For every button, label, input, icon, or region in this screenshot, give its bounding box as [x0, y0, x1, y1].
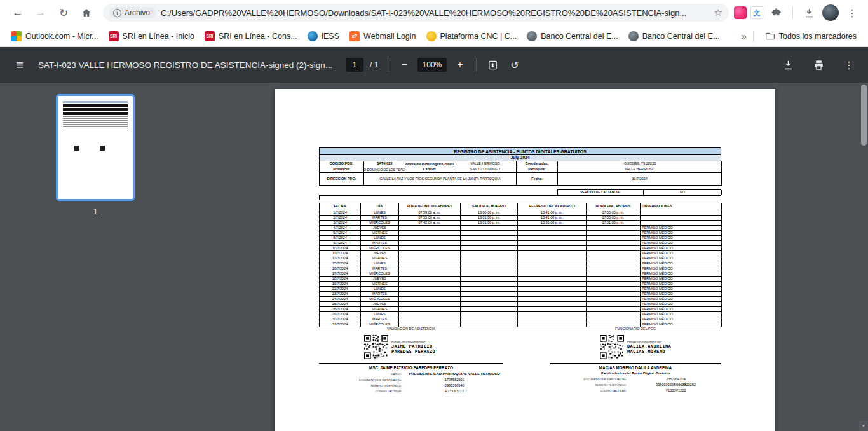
attendance-cell-dia: LUNES	[361, 312, 399, 317]
thumbnail-sidebar: 1	[0, 83, 191, 431]
attendance-cell-dia: VIERNES	[361, 307, 399, 312]
detail-value: 0988366940	[405, 383, 503, 387]
attendance-cell-fecha: 25/7/2024	[320, 302, 361, 307]
attendance-cell-salida	[461, 302, 518, 307]
attendance-cell-regreso	[518, 261, 587, 266]
thumbnail-qr-mark	[74, 146, 79, 151]
print-icon	[813, 59, 825, 71]
bookmark-favicon: cP	[349, 31, 360, 41]
bookmark-item[interactable]: SRi SRI en Línea - Cons...	[200, 29, 302, 44]
info-value: -0.085999,-79.28035	[558, 161, 722, 167]
detail-value: 0960030228/0963820282	[630, 383, 721, 387]
info-label: Fecha:	[517, 173, 558, 186]
page-number-input[interactable]: 1	[346, 58, 363, 72]
downloads-button[interactable]	[799, 3, 818, 22]
validation-signature-block: VALIDACIÓN DE ASISTENCIA Firmado electró…	[319, 327, 503, 393]
attendance-cell-salida	[461, 297, 518, 302]
chevron-down-icon: ▼	[862, 424, 865, 428]
scroll-down-button[interactable]: ▼	[859, 421, 868, 431]
attendance-cell-observaciones	[641, 216, 722, 221]
bookmark-item[interactable]: Banco Central del E...	[623, 29, 725, 44]
translate-extension-icon[interactable]: 文	[750, 6, 763, 19]
bookmark-item[interactable]: Outlook.com - Micr...	[6, 29, 104, 44]
url-scheme-chip[interactable]: i Archivo	[109, 7, 156, 18]
extension-icon[interactable]	[734, 6, 747, 19]
page-1-thumbnail[interactable]	[56, 94, 135, 201]
profile-avatar[interactable]	[822, 4, 839, 21]
attendance-cell-regreso	[518, 231, 587, 236]
attendance-cell-fin	[587, 302, 641, 307]
url-text[interactable]: C:/Users/GADPR%20VALLE%20HERMOSO/Downloa…	[161, 8, 709, 18]
empty-row	[320, 196, 721, 200]
attendance-cell-fin	[587, 241, 641, 246]
bookmark-star-icon[interactable]: ☆	[714, 7, 722, 18]
fit-page-button[interactable]	[485, 57, 501, 72]
home-button[interactable]	[76, 3, 97, 23]
info-value: 31/7/2024	[558, 173, 722, 186]
bookmark-label: Banco Central del E...	[541, 32, 618, 41]
attendance-cell-regreso	[518, 246, 587, 251]
rotate-button[interactable]: ↺	[507, 57, 522, 72]
bookmark-item[interactable]: Banco Central del E...	[522, 29, 623, 44]
attendance-cell-observaciones: PERMISO MÉDICO	[641, 287, 722, 292]
zoom-level-input[interactable]: 100%	[417, 58, 447, 72]
scrollbar-thumb[interactable]	[861, 85, 867, 146]
pdf-menu-button[interactable]: ≡	[11, 58, 28, 72]
attendance-cell-observaciones: PERMISO MÉDICO	[641, 241, 722, 246]
attendance-cell-salida	[461, 231, 518, 236]
attendance-row: 19/7/2024 VIERNES PERMISO MÉDICO	[320, 282, 721, 287]
pdf-document-title: SAT-I-023 VALLE HERMOSO REGISTRO DE ASIS…	[38, 60, 332, 70]
attendance-cell-salida	[461, 312, 518, 317]
attendance-cell-observaciones: PERMISO MÉDICO	[641, 302, 722, 307]
bookmark-item[interactable]: cP Webmail Login	[344, 29, 421, 44]
extensions-puzzle-button[interactable]	[767, 3, 786, 22]
toolbar-separator	[388, 58, 388, 72]
signer-name: MACIAS MORENO DALILA ANDREINA	[550, 366, 721, 370]
bookmark-item[interactable]: Plataforma CNC | C...	[421, 29, 522, 44]
attendance-cell-fecha: 12/7/2024	[320, 256, 361, 261]
attendance-header-cell: DÍA	[361, 203, 399, 210]
attendance-row: 24/7/2024 MIÉRCOLES PERMISO MÉDICO	[320, 297, 721, 302]
attendance-cell-fecha: 29/7/2024	[320, 312, 361, 317]
pdf-more-options-button[interactable]: ⋮	[841, 57, 857, 72]
attendance-cell-fin	[587, 277, 641, 282]
attendance-cell-dia: MIÉRCOLES	[361, 246, 399, 251]
all-bookmarks-button[interactable]: Todos los marcadores	[760, 29, 862, 44]
detail-label: CÓDIGO DACTILAR:	[550, 389, 630, 392]
reload-icon: ↻	[59, 6, 68, 20]
bookmark-item[interactable]: IESS	[302, 29, 345, 44]
attendance-cell-salida	[461, 266, 518, 271]
bookmarks-overflow-button[interactable]: »	[741, 31, 746, 41]
zoom-in-button[interactable]: +	[453, 59, 467, 71]
attendance-cell-fin	[587, 236, 641, 241]
zoom-out-button[interactable]: −	[397, 59, 411, 71]
attendance-cell-observaciones: PERMISO MÉDICO	[641, 226, 722, 231]
attendance-cell-salida	[461, 292, 518, 297]
attendance-cell-observaciones: PERMISO MÉDICO	[641, 277, 722, 282]
attendance-cell-salida	[461, 317, 518, 322]
attendance-cell-fin	[587, 287, 641, 292]
attendance-cell-dia: MARTES	[361, 216, 399, 221]
attendance-row: 5/7/2024 VIERNES PERMISO MÉDICO	[320, 231, 721, 236]
pdf-download-button[interactable]	[780, 57, 796, 72]
attendance-row: 25/7/2024 JUEVES PERMISO MÉDICO	[320, 302, 721, 307]
reload-button[interactable]: ↻	[53, 3, 74, 23]
back-button[interactable]: ←	[8, 3, 28, 23]
bookmark-favicon	[11, 31, 22, 41]
forward-button[interactable]: →	[31, 3, 51, 23]
info-label: CODIGO PDG:	[320, 161, 364, 167]
info-value: SAT-I-023	[364, 161, 405, 167]
address-bar[interactable]: i Archivo C:/Users/GADPR%20VALLE%20HERMO…	[103, 4, 729, 22]
bookmarks-separator	[753, 31, 754, 42]
attendance-cell-fecha: 15/7/2024	[320, 261, 361, 266]
attendance-cell-fin: 17:00:00 p. m.	[587, 210, 641, 216]
chrome-menu-button[interactable]: ⋮	[843, 3, 862, 22]
viewer-scrollbar[interactable]: ▼	[859, 83, 868, 431]
attendance-cell-inicio	[399, 251, 461, 256]
download-icon	[782, 59, 794, 71]
attendance-cell-observaciones	[641, 210, 722, 216]
print-button[interactable]	[811, 57, 826, 72]
pdf-viewer-area: 1 REGISTRO DE ASISTENCIA - PUNTOS DIGITA…	[0, 83, 868, 431]
bookmark-item[interactable]: SRi SRI en Línea - Inicio	[104, 29, 200, 44]
attendance-cell-salida: 13:00:00 p. m.	[461, 210, 518, 216]
